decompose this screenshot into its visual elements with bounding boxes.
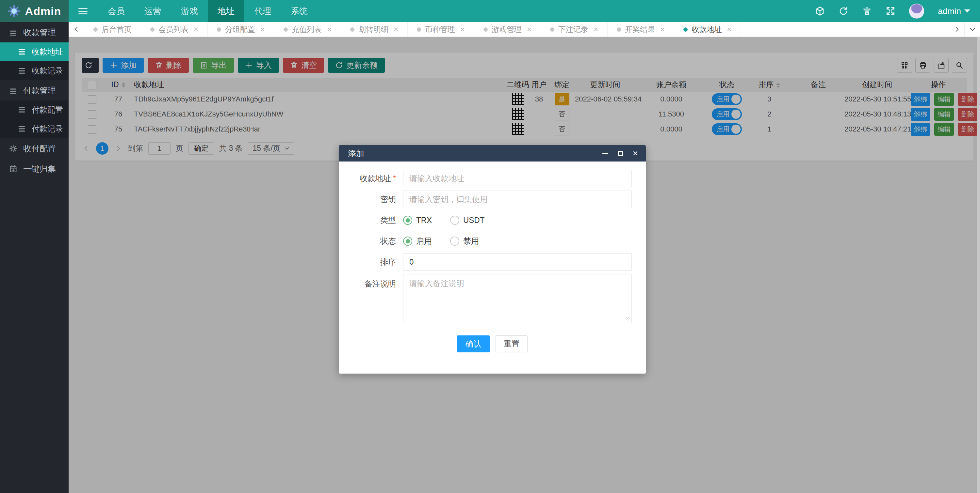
list-icon [9,29,18,36]
sort-field-label: 排序 [339,257,396,267]
status-radio-enabled[interactable]: 启用 [403,236,432,246]
nav-menu-item[interactable]: 系统 [281,0,318,22]
sidebar-item[interactable]: 付款配置 [0,100,68,119]
tab-dot-icon [417,27,421,32]
trash-icon[interactable] [862,6,872,16]
hamburger-menu-icon[interactable] [68,0,98,22]
sidebar-item[interactable]: 一键归集 [0,159,68,179]
sidebar-item-label: 收付配置 [23,143,56,154]
page-tab[interactable]: 后台首页 × [84,22,141,36]
nav-menu-item[interactable]: 运营 [135,0,171,22]
username-dropdown[interactable]: admin [938,6,970,16]
sidebar-item-label: 一键归集 [23,163,56,174]
tab-label: 分组配置 [225,24,255,35]
note-field-label: 备注说明 [339,274,396,289]
tab-dot-icon [350,27,355,32]
refresh-icon[interactable] [838,6,848,16]
tabs-scroll-left-button[interactable] [68,22,84,36]
confirm-button[interactable]: 确认 [457,335,490,352]
tab-bar: 后台首页 × 会员列表 × 分组配置 × 充值列表 × [68,22,980,37]
nav-menu-item[interactable]: 代理 [244,0,281,22]
radio-icon [450,216,459,225]
radio-icon [403,236,412,246]
dialog-title: 添加 [348,148,364,159]
cube-icon[interactable] [815,6,825,16]
tab-label: 下注记录 [558,24,588,35]
nav-menu-item[interactable]: 游戏 [171,0,208,22]
sidebar-item[interactable]: 付款记录 [0,119,68,138]
page-tab[interactable]: 游戏管理 × [474,22,541,36]
address-input[interactable] [403,170,632,187]
page-tab[interactable]: 划转明细 × [341,22,408,36]
sidebar-item[interactable]: 收付配置 [0,138,68,159]
tab-close-icon[interactable]: × [727,25,732,34]
tab-dot-icon [484,27,488,32]
dialog-actions: 确认 重置 [339,335,646,352]
minimize-icon[interactable] [602,153,608,154]
list-icon [9,144,18,153]
required-star: * [393,174,396,183]
radio-icon [403,216,412,225]
type-radio-trx[interactable]: TRX [403,216,432,225]
page-tab[interactable]: 收款地址 × [674,22,741,36]
reset-button[interactable]: 重置 [496,335,528,352]
list-icon [18,67,26,75]
tab-close-icon[interactable]: × [660,25,665,34]
caret-down-icon [964,10,970,15]
open-tabs: 后台首页 × 会员列表 × 分组配置 × 充值列表 × [84,22,741,36]
tab-label: 游戏管理 [492,24,522,35]
tab-label: 开奖结果 [625,24,655,35]
sidebar-item[interactable]: 收款地址 [0,43,68,61]
secret-field-label: 密钥 [339,194,396,204]
close-icon[interactable]: × [633,149,638,158]
page-tab[interactable]: 会员列表 × [141,22,208,36]
sidebar-item[interactable]: 付款管理 [0,80,68,100]
main-menu [68,0,98,22]
sidebar-item-label: 付款配置 [32,105,63,115]
tab-close-icon[interactable]: × [527,25,531,34]
fullscreen-icon[interactable] [886,6,896,16]
tabs-menu-button[interactable] [964,22,980,36]
tab-label: 划转明细 [358,24,388,35]
tab-close-icon[interactable]: × [460,25,465,34]
page-tab[interactable]: 下注记录 × [541,22,608,36]
sidebar-item-label: 收款记录 [32,66,63,76]
nav-menu-item[interactable]: 会员 [98,0,135,22]
top-navbar: Admin 会员 运营 游戏 地址 代理 系统 admin [0,0,980,22]
radio-icon [450,236,459,246]
secret-input[interactable] [403,190,632,208]
address-field-label: 收款地址* [339,173,396,184]
sidebar: 收款管理 收款地址 收款记录 付款管理 付款配置 付款记录 收付配置 [0,22,68,493]
tab-dot-icon [283,27,288,32]
tab-label: 收款地址 [692,24,722,35]
tab-dot-icon [617,27,621,32]
scrollbar[interactable] [977,37,980,493]
sidebar-item-label: 付款管理 [23,85,56,96]
tab-label: 币种管理 [425,24,455,35]
nav-menu-item[interactable]: 地址 [208,0,244,22]
page-tab[interactable]: 充值列表 × [274,22,341,36]
page-tab[interactable]: 开奖结果 × [608,22,674,36]
tabs-scroll-right-button[interactable] [949,22,964,36]
tab-bar-controls [949,22,980,36]
tab-close-icon[interactable]: × [327,25,332,34]
tab-close-icon[interactable]: × [260,25,265,34]
tab-close-icon[interactable]: × [394,25,398,34]
page-tab[interactable]: 币种管理 × [408,22,474,36]
tab-close-icon[interactable]: × [593,25,598,34]
sidebar-item[interactable]: 收款记录 [0,61,68,80]
status-radio-disabled[interactable]: 禁用 [450,236,479,246]
user-avatar[interactable] [909,3,924,19]
sidebar-item[interactable]: 收款管理 [0,22,68,43]
maximize-icon[interactable] [618,151,623,156]
type-radio-usdt[interactable]: USDT [450,216,484,225]
sidebar-item-label: 付款记录 [32,124,63,134]
add-dialog: 添加 × 收款地址* 密钥 类型 TRX USDT 状态 [339,145,646,374]
tab-close-icon[interactable]: × [194,25,198,34]
username-label: admin [938,6,961,16]
sort-input[interactable] [403,253,632,271]
list-icon [9,165,18,173]
tab-dot-icon [683,27,687,32]
page-tab[interactable]: 分组配置 × [208,22,274,36]
note-textarea[interactable] [403,274,632,323]
